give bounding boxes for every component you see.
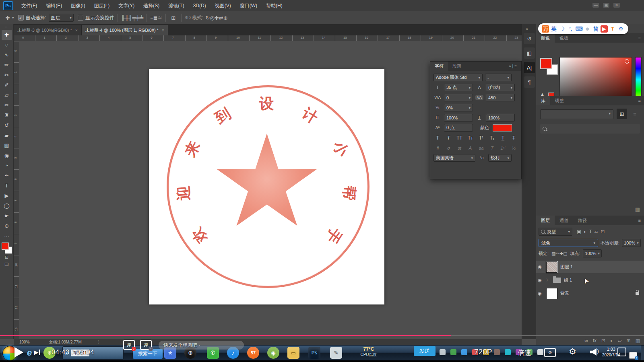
tab-paragraph[interactable]: 段落	[448, 62, 466, 71]
play-button[interactable]	[14, 347, 23, 358]
filter-icon-4[interactable]: ▱	[594, 229, 598, 234]
quick-mask-icon[interactable]: ⊡	[5, 255, 8, 262]
panel-menu-icon[interactable]: ≡	[638, 35, 641, 40]
trash-icon[interactable]: ▥	[635, 206, 640, 212]
opacity-field[interactable]: 100% ▾	[622, 239, 641, 247]
baseline-shift-field[interactable]: 0 点	[444, 124, 473, 132]
pen-tool[interactable]: ✒	[2, 171, 12, 181]
layer-name[interactable]: 图层 1	[560, 264, 573, 270]
tracking-dropdown[interactable]: 450▾	[486, 94, 515, 101]
user-icon[interactable]: ☻	[584, 25, 591, 33]
zoom-level[interactable]: 100%	[19, 340, 30, 344]
layers-bottom-icon-3[interactable]: ⊡	[601, 338, 605, 343]
layers-bottom-icon-5[interactable]: ▱	[618, 338, 621, 343]
align-3-icon[interactable]: ╢	[128, 15, 132, 21]
language-dropdown[interactable]: 美国英语▾	[433, 154, 475, 162]
move-tool[interactable]: ✚	[2, 30, 12, 40]
layers-bottom-icon-7[interactable]: ▥	[636, 338, 640, 343]
distribute-2-icon[interactable]: ≣	[153, 15, 158, 21]
fill-field[interactable]: 100% ▾	[583, 249, 602, 257]
gradient-tool[interactable]: ▧	[2, 140, 12, 150]
soft-keyboard-icon[interactable]: ⌨	[576, 25, 583, 33]
video-icon[interactable]: ▶	[601, 25, 608, 33]
opentype-5-button[interactable]: aa	[477, 146, 485, 150]
danmaku-settings-button[interactable]: 弹 +	[140, 340, 152, 350]
restore-button[interactable]: ▣	[603, 3, 609, 8]
tray-icon-6[interactable]	[494, 349, 500, 355]
align-1-icon[interactable]: ╟	[121, 15, 125, 21]
lang-english-icon[interactable]: 英	[550, 25, 557, 33]
toolbar-drag-handle[interactable]: ⋯	[5, 26, 8, 30]
visibility-eye-icon[interactable]: ◉	[536, 264, 543, 269]
layer-filter-dropdown[interactable]: 类型 ▾	[539, 228, 572, 236]
punctuation-icon[interactable]: ’,	[567, 25, 574, 33]
threed-mode-5-icon[interactable]: ⊕	[223, 15, 228, 21]
antialias-dropdown[interactable]: 锐利▾	[488, 154, 512, 162]
opentype-6-button[interactable]: T	[488, 146, 496, 150]
shape-tool[interactable]: ◯	[2, 201, 12, 211]
menu-filter[interactable]: 滤镜(T)	[164, 3, 188, 8]
visibility-eye-icon[interactable]: ◉	[536, 291, 543, 296]
font-style-dropdown[interactable]: -▾	[485, 74, 512, 81]
menu-file[interactable]: 文件(F)	[17, 3, 41, 8]
danmaku-block-icon[interactable]: ⊘	[544, 348, 556, 357]
expand-panels-icon[interactable]: «	[526, 27, 528, 31]
tray-icon-10[interactable]	[537, 349, 543, 355]
type-style-1-button[interactable]: T	[433, 135, 442, 141]
filter-icon-3[interactable]: T	[589, 229, 592, 234]
align-4-icon[interactable]: ╤	[132, 15, 136, 21]
opentype-7-button[interactable]: 1ˢᵗ	[499, 146, 507, 150]
crop-tool[interactable]: ✂	[2, 70, 12, 80]
eyedropper-tool[interactable]: ✐	[2, 80, 12, 90]
paragraph-panel-icon[interactable]: ¶	[524, 76, 535, 88]
align-2-icon[interactable]: ╫	[125, 15, 128, 21]
playback-speed-selector[interactable]: 倍速	[518, 348, 531, 358]
app-57-taskbar-icon[interactable]: 57	[247, 347, 259, 359]
filter-icon-2[interactable]: ◐	[584, 229, 586, 234]
moon-icon[interactable]: ☽	[559, 25, 566, 33]
lock-icon-3[interactable]: ✚	[559, 251, 563, 256]
layer-name[interactable]: 组 1	[564, 277, 572, 283]
library-search-field[interactable]	[540, 124, 640, 134]
danmaku-input[interactable]: 快来发个弹幕吧~	[159, 341, 244, 350]
tray-icon-7[interactable]	[505, 349, 511, 355]
player-settings-gear-icon[interactable]: ⚙	[569, 347, 576, 356]
tab-color[interactable]: 颜色	[536, 33, 555, 43]
volume-icon[interactable]: )	[590, 348, 602, 356]
blur-tool[interactable]: ◉	[2, 150, 12, 160]
menu-help[interactable]: 帮助(H)	[262, 3, 287, 8]
layers-bottom-icon-2[interactable]: fx	[593, 338, 597, 343]
notepad-tray-icon[interactable]	[629, 352, 637, 359]
type-style-4-button[interactable]: Tᴛ	[466, 135, 475, 141]
type-style-6-button[interactable]: T₁	[488, 135, 496, 141]
marquee-tool[interactable]: ◌	[2, 40, 12, 50]
align-5-icon[interactable]: ╪	[136, 15, 140, 21]
threed-mode-3-icon[interactable]: ✚	[215, 15, 219, 21]
character-panel-icon[interactable]: A|	[524, 62, 535, 73]
type-style-5-button[interactable]: T¹	[477, 135, 485, 141]
fullscreen-icon[interactable]	[617, 348, 626, 356]
photoshop-taskbar-icon[interactable]: Ps	[308, 347, 320, 359]
send-danmaku-button[interactable]: 发送	[414, 346, 436, 356]
horizontal-scale-field[interactable]: 100%	[486, 114, 515, 121]
type-style-8-button[interactable]: T	[510, 135, 518, 141]
layer-name[interactable]: 背景	[560, 290, 569, 296]
show-desktop-button[interactable]	[641, 346, 644, 361]
hand-tool[interactable]: ☛	[2, 211, 12, 221]
type-style-3-button[interactable]: TT	[455, 135, 464, 141]
tool-preset-arrow[interactable]: ▾	[12, 16, 14, 20]
auto-select-checkbox[interactable]: ✓	[18, 15, 24, 21]
menu-select[interactable]: 选择(S)	[139, 3, 164, 8]
opentype-2-button[interactable]: σ	[444, 146, 453, 150]
text-color-swatch[interactable]	[493, 124, 512, 132]
layer-thumbnail[interactable]	[546, 261, 557, 273]
show-transform-checkbox[interactable]	[78, 15, 83, 21]
tab-library[interactable]: 库	[536, 96, 550, 105]
auto-select-dropdown[interactable]: 图层▾	[49, 14, 74, 22]
layers-bottom-icon-4[interactable]: ◐	[610, 338, 613, 343]
menu-image[interactable]: 图像(I)	[66, 3, 89, 8]
proportional-spacing-dropdown[interactable]: 0%▾	[444, 104, 473, 111]
simplified-icon[interactable]: 简	[592, 25, 599, 33]
lock-icon-1[interactable]: ▨	[551, 251, 555, 256]
filter-icon-1[interactable]: ▣	[577, 229, 581, 234]
